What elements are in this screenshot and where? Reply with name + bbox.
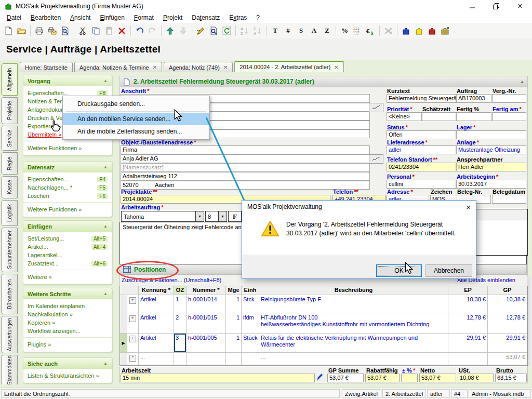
menu-datensatz[interactable]: Datensatz	[187, 13, 224, 22]
header-oz[interactable]: OZ	[174, 286, 187, 295]
belegdatum-field[interactable]	[492, 195, 526, 204]
cell-nummer[interactable]: h-0001/014	[187, 295, 226, 313]
context-menu-item-an-den-mobilen-service-senden[interactable]: An den mobilen Service senden...	[63, 113, 209, 125]
cell-nummer[interactable]	[187, 353, 226, 365]
menu-ansicht[interactable]: Ansicht	[65, 13, 95, 22]
percent-icon[interactable]: %	[338, 25, 351, 37]
undo-icon[interactable]	[133, 25, 146, 37]
cell-mge[interactable]: 1	[226, 295, 242, 313]
tab-close-icon[interactable]: ✕	[334, 64, 338, 70]
close-button[interactable]: ×	[508, 1, 532, 12]
fertig-pct-field[interactable]	[456, 112, 491, 121]
plugin-red-icon[interactable]	[425, 25, 438, 37]
module-tab-b-roarbeiten[interactable]: Büroarbeiten	[1, 274, 18, 314]
plugin-blue-icon[interactable]	[400, 25, 413, 37]
collapse-icon[interactable]: ▲	[103, 78, 108, 83]
cell-mge[interactable]: 1	[226, 313, 242, 334]
header-einh[interactable]: Einh	[242, 286, 259, 295]
cell-gp[interactable]: 29,91 €	[488, 334, 527, 353]
table-row[interactable]: +Artikel2h-0001/0151lfdmHT-Abflußrohr DN…	[120, 313, 527, 334]
cell-beschreibung[interactable]: HT-Abflußrohr DN 100 heißwasserbeständig…	[259, 313, 448, 334]
module-tab-regie[interactable]: Regie	[1, 152, 18, 175]
format-s-icon[interactable]: S	[295, 25, 308, 37]
row-expand-button[interactable]: +	[127, 334, 139, 353]
cell-nummer[interactable]: h-0001/015	[187, 313, 226, 334]
tab-home-startseite[interactable]: Home: Startseite	[20, 62, 73, 72]
module-tab-service[interactable]: Service	[1, 126, 18, 151]
auftrag-field[interactable]: AB170003	[456, 94, 491, 103]
arbeitszeit-field[interactable]: 15 min	[121, 374, 315, 382]
sidebar-item-nachkalkulation[interactable]: Nachkalkulation »	[23, 310, 112, 318]
print-send-icon[interactable]	[46, 25, 59, 37]
cell-ep[interactable]: 12,78 €	[448, 313, 488, 334]
sidebar-item-l-schen[interactable]: LöschenF6	[23, 192, 112, 200]
cell-nummer[interactable]: h-0001/005	[187, 334, 226, 353]
cut-icon[interactable]	[76, 25, 89, 37]
collapse-icon[interactable]: ▲	[520, 79, 524, 84]
cell-kennung[interactable]: Artikel	[139, 334, 174, 353]
format-z-icon[interactable]: Z	[321, 25, 334, 37]
total-field-brutto[interactable]: 63,15 €	[495, 374, 527, 382]
context-menu-item-an-die-mobile-zeiterfassung-senden[interactable]: An die mobile Zeiterfassung senden...	[63, 125, 209, 138]
header-beschreibung[interactable]: Beschreibung	[259, 286, 448, 295]
sidebar-item-weitere[interactable]: Weitere »	[23, 270, 112, 281]
lieferadresse-field[interactable]: adler	[387, 145, 456, 154]
expand-icon[interactable]: +	[129, 336, 136, 342]
context-menu-item-druckausgabe-senden[interactable]: Druckausgabe senden...	[63, 98, 209, 110]
ansprechpartner-field[interactable]: Herr Adler	[456, 163, 526, 171]
collapse-icon[interactable]: ▲	[103, 165, 108, 169]
menu-datei[interactable]: Datei	[2, 13, 26, 22]
font-select[interactable]: Tahoma▼	[121, 211, 204, 222]
cell-einh[interactable]: Stck	[242, 295, 259, 313]
new-row-icon[interactable]: *	[129, 355, 136, 362]
vergnr-field[interactable]	[492, 94, 526, 103]
cell-oz[interactable]: 2	[174, 313, 187, 334]
header-kennung[interactable]: Kennung *	[139, 286, 174, 295]
collapse-icon[interactable]: ▲	[103, 361, 108, 366]
cell-oz[interactable]	[174, 353, 187, 365]
cell-kennung[interactable]: Artikel	[139, 313, 174, 334]
sidebar-item-eigenschaften[interactable]: Eigenschaften...F4	[23, 175, 112, 183]
sidebar-item-weitere-funktionen[interactable]: Weitere Funktionen »	[23, 141, 112, 152]
table-row[interactable]: ▶+Artikel3h-0001/0051StückRelais für die…	[120, 334, 527, 353]
tab-2014-00024-2-arbeitszettel-adler[interactable]: 2014.00024 - 2. Arbeitszettel (adler)✕	[234, 61, 343, 72]
chevron-down-icon[interactable]: ▼	[195, 211, 204, 221]
outline-numbering-icon[interactable]: 1.1.11.1.2	[351, 25, 364, 37]
sidebar-section-header[interactable]: Vorgang▲	[23, 75, 112, 86]
total-field-ust[interactable]: 10,08 €	[458, 374, 494, 382]
sidebar-section-header[interactable]: Siehe auch▲	[23, 358, 112, 369]
menu-einf-gen[interactable]: Einfügen	[95, 13, 129, 22]
sidebar-item-im-kalender-einplanen[interactable]: Im Kalender einplanen	[23, 302, 112, 310]
sidebar-item-plugins[interactable]: Plugins »	[23, 337, 112, 349]
print-icon[interactable]	[33, 25, 46, 37]
restore-button[interactable]	[484, 1, 508, 12]
module-tab-logistik[interactable]: Logistik	[1, 200, 18, 226]
cell-mge[interactable]	[226, 353, 242, 365]
format-t-icon[interactable]: T	[269, 25, 282, 37]
sidebar-item-zusatztext[interactable]: Zusatztext...Alt+6	[23, 259, 112, 268]
module-tab-projekte[interactable]: Projekte	[1, 97, 18, 124]
menu-extras[interactable]: Extras	[224, 13, 251, 22]
kurztext-field[interactable]: Fehlermeldung Steuergerät	[387, 94, 456, 103]
row-selector[interactable]	[120, 353, 127, 365]
header-mge[interactable]: Mge	[226, 286, 242, 295]
total-field-item[interactable]	[401, 374, 418, 382]
edit-pencil-icon[interactable]	[194, 25, 207, 37]
status-field[interactable]: Offen	[387, 130, 456, 139]
refresh-icon[interactable]	[220, 25, 233, 37]
find-document-icon[interactable]	[207, 25, 220, 37]
cell-ep[interactable]: 10,38 €	[448, 295, 488, 313]
plugin-yellow-icon[interactable]	[413, 25, 425, 37]
cell-oz[interactable]: 3	[174, 334, 187, 353]
cell-einh[interactable]	[242, 353, 259, 365]
objekt-lookup-button[interactable]	[369, 154, 383, 164]
print-preview-icon[interactable]	[59, 25, 72, 37]
tab-close-icon[interactable]: ✕	[223, 64, 228, 70]
sidebar-item-kopieren[interactable]: Kopieren »	[23, 318, 112, 327]
lager-field[interactable]	[456, 130, 526, 139]
arbeitsbeginn-field[interactable]: 30.03.2017	[456, 180, 526, 189]
tab-agenda-notiz-749[interactable]: Agenda: Notiz (749)✕	[164, 62, 233, 72]
row-expand-button[interactable]: +	[127, 313, 139, 334]
total-field-gp-summe[interactable]: 53,07 €	[327, 374, 364, 382]
currency-euro-dollar-icon[interactable]: €$	[364, 25, 377, 37]
